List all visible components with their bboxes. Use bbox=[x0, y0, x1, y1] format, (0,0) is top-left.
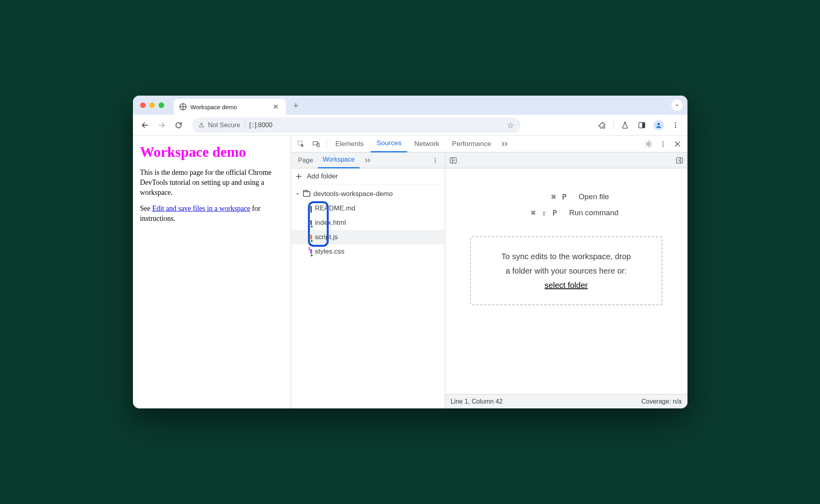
navigator-tabs: Page Workspace bbox=[291, 152, 445, 168]
sync-dot-icon bbox=[310, 239, 314, 243]
tab-list-button[interactable] bbox=[671, 100, 683, 111]
tab-performance[interactable]: Performance bbox=[446, 136, 496, 152]
divider bbox=[613, 121, 614, 130]
nav-tab-page[interactable]: Page bbox=[293, 152, 318, 168]
close-window-button[interactable] bbox=[140, 102, 146, 108]
navigator-panel: Page Workspace Add folder bbox=[291, 152, 445, 408]
shortcut-label: Open file bbox=[579, 192, 609, 201]
bookmark-button[interactable]: ☆ bbox=[507, 120, 514, 130]
more-tabs-button[interactable] bbox=[498, 137, 512, 151]
forward-button[interactable] bbox=[155, 118, 169, 132]
tab-elements[interactable]: Elements bbox=[330, 136, 370, 152]
titlebar: Workspace demo ✕ ＋ bbox=[133, 96, 687, 115]
svg-point-5 bbox=[675, 126, 676, 128]
cursor-position: Line 1, Column 42 bbox=[451, 398, 503, 405]
file-row-readme[interactable]: README.md bbox=[291, 201, 445, 216]
back-button[interactable] bbox=[138, 118, 152, 132]
devtools-panel: Elements Sources Network Performance bbox=[291, 136, 687, 408]
profile-button[interactable] bbox=[651, 118, 666, 132]
collapse-left-icon[interactable] bbox=[449, 156, 457, 164]
shortcut-open-file: ⌘ P Open file bbox=[523, 192, 609, 201]
reload-button[interactable] bbox=[171, 118, 186, 132]
triangle-down-icon bbox=[295, 192, 300, 196]
svg-point-11 bbox=[662, 143, 663, 144]
device-toggle-button[interactable] bbox=[310, 137, 323, 151]
flask-icon bbox=[621, 121, 629, 129]
svg-point-3 bbox=[675, 122, 676, 124]
svg-point-14 bbox=[434, 160, 436, 161]
panel-icon bbox=[638, 121, 646, 129]
svg-point-10 bbox=[662, 141, 663, 142]
page-paragraph-1: This is the demo page for the official C… bbox=[140, 168, 283, 198]
inspect-button[interactable] bbox=[294, 137, 308, 151]
select-folder-link[interactable]: select folder bbox=[545, 281, 588, 290]
editor-body: ⌘ P Open file ⌘ ⇧ P Run command To sync … bbox=[445, 168, 687, 394]
close-tab-button[interactable]: ✕ bbox=[271, 102, 280, 111]
add-folder-button[interactable]: Add folder bbox=[291, 168, 445, 184]
gear-icon bbox=[645, 140, 653, 148]
folder-icon bbox=[303, 191, 310, 197]
devices-icon bbox=[312, 140, 320, 148]
devtools-menu-button[interactable] bbox=[656, 137, 670, 151]
editor-statusbar: Line 1, Column 42 Coverage: n/a bbox=[445, 394, 687, 408]
editor-panel: ⌘ P Open file ⌘ ⇧ P Run command To sync … bbox=[445, 152, 687, 408]
file-row-styles[interactable]: styles.css bbox=[291, 244, 445, 259]
devtools-settings-button[interactable] bbox=[642, 137, 655, 151]
extensions-button[interactable] bbox=[595, 118, 609, 132]
divider bbox=[326, 140, 327, 148]
avatar bbox=[653, 120, 664, 130]
coverage-status: Coverage: n/a bbox=[641, 398, 682, 405]
svg-point-4 bbox=[675, 124, 676, 126]
add-folder-label: Add folder bbox=[307, 172, 338, 180]
file-name: README.md bbox=[315, 204, 356, 212]
page-paragraph-2: See Edit and save files in a workspace f… bbox=[140, 204, 283, 224]
folder-row[interactable]: devtools-workspace-demo bbox=[291, 187, 445, 201]
nav-tab-workspace[interactable]: Workspace bbox=[318, 152, 360, 168]
shortcut-label: Run command bbox=[569, 208, 619, 217]
plus-icon bbox=[295, 173, 302, 180]
dropzone-line-1: To sync edits to the workspace, drop bbox=[487, 249, 645, 264]
tab-network[interactable]: Network bbox=[409, 136, 445, 152]
window-controls bbox=[140, 102, 164, 108]
tab-sources[interactable]: Sources bbox=[371, 136, 407, 152]
file-name: index.html bbox=[315, 219, 346, 227]
side-panel-button[interactable] bbox=[635, 118, 649, 132]
file-row-script[interactable]: script.js bbox=[291, 230, 445, 244]
address-bar[interactable]: ⚠ Not Secure [::]:8000 ☆ bbox=[192, 118, 521, 133]
dropzone-line-2: a folder with your sources here or: bbox=[487, 264, 645, 278]
reload-icon bbox=[175, 121, 183, 129]
maximize-window-button[interactable] bbox=[159, 102, 164, 108]
sync-dot-icon bbox=[310, 254, 314, 257]
nav-menu-button[interactable] bbox=[428, 157, 442, 164]
arrow-right-icon bbox=[158, 121, 166, 129]
devtools-close-button[interactable] bbox=[671, 137, 684, 151]
collapse-right-icon[interactable] bbox=[675, 156, 683, 164]
browser-toolbar: ⚠ Not Secure [::]:8000 ☆ bbox=[133, 115, 687, 136]
new-tab-button[interactable]: ＋ bbox=[291, 99, 300, 111]
chevron-down-icon bbox=[674, 102, 680, 108]
security-label: Not Secure bbox=[208, 122, 245, 129]
shortcut-run-command: ⌘ ⇧ P Run command bbox=[514, 208, 619, 217]
file-tree: devtools-workspace-demo README.md index.… bbox=[291, 184, 445, 261]
dots-vertical-icon bbox=[659, 140, 667, 148]
minimize-window-button[interactable] bbox=[149, 102, 155, 108]
content-area: Workspace demo This is the demo page for… bbox=[133, 136, 687, 408]
dots-vertical-icon bbox=[432, 157, 438, 164]
workspace-dropzone[interactable]: To sync edits to the workspace, drop a f… bbox=[470, 236, 662, 305]
file-name: styles.css bbox=[315, 248, 345, 256]
labs-button[interactable] bbox=[618, 118, 632, 132]
browser-tab[interactable]: Workspace demo ✕ bbox=[174, 99, 286, 115]
file-icon bbox=[310, 204, 312, 213]
browser-menu-button[interactable] bbox=[668, 118, 683, 132]
close-icon bbox=[674, 140, 681, 148]
svg-point-13 bbox=[434, 158, 436, 159]
devtools-tabs: Elements Sources Network Performance bbox=[291, 136, 687, 152]
svg-point-9 bbox=[647, 143, 650, 145]
tutorial-link[interactable]: Edit and save files in a workspace bbox=[152, 204, 250, 212]
toolbar-right bbox=[595, 118, 683, 132]
devtools-body: Page Workspace Add folder bbox=[291, 152, 687, 408]
shortcut-keys: ⌘ P bbox=[523, 192, 567, 201]
file-row-index[interactable]: index.html bbox=[291, 216, 445, 230]
nav-more-tabs[interactable] bbox=[361, 158, 375, 163]
sync-dot-icon bbox=[310, 225, 314, 228]
